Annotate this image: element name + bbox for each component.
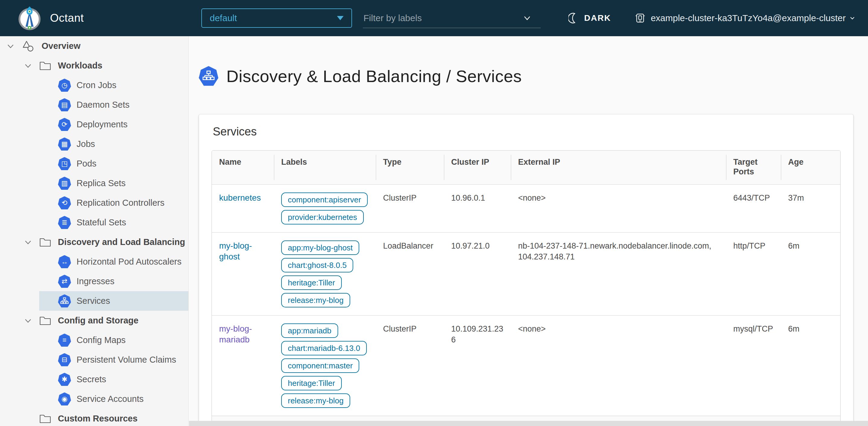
column-header-cluster-ip: Cluster IP <box>444 150 511 184</box>
page-title: Discovery & Load Balancing / Services <box>226 66 522 86</box>
service-icon <box>58 294 71 308</box>
statefulset-icon: ≣ <box>58 216 71 229</box>
sidebar-item-daemon-sets[interactable]: ▤Daemon Sets <box>0 95 188 115</box>
sidebar-item-label: Service Accounts <box>76 394 144 404</box>
label-filter[interactable] <box>363 8 541 28</box>
folder-icon <box>39 414 51 424</box>
daemonset-icon: ▤ <box>58 98 71 112</box>
column-header-target-ports: Target Ports <box>726 150 781 184</box>
cell-external-ip: nb-104-237-148-71.newark.nodebalancer.li… <box>511 232 726 315</box>
objects-icon <box>22 40 35 52</box>
cell-target-ports: 6443/TCP <box>726 184 781 232</box>
sidebar-item-label: Workloads <box>58 61 102 70</box>
sidebar-item-config-maps[interactable]: ≡Config Maps <box>0 330 188 350</box>
label-pill[interactable]: component:master <box>281 359 359 373</box>
hpa-icon: ↔ <box>58 255 71 268</box>
sidebar-item-overview[interactable]: Overview <box>0 36 188 56</box>
service-link[interactable]: my-blog-ghost <box>219 241 252 261</box>
octant-logo-icon <box>17 5 42 31</box>
horizontal-scrollbar[interactable] <box>189 421 868 426</box>
moon-icon <box>568 12 580 24</box>
table-header-row: NameLabelsTypeCluster IPExternal IPTarge… <box>212 150 840 184</box>
label-pill[interactable]: app:mariadb <box>281 323 338 338</box>
column-header-labels: Labels <box>274 150 376 184</box>
sidebar-item-services[interactable]: Services <box>0 291 188 311</box>
sidebar-item-discovery-and-load-balancing[interactable]: Discovery and Load Balancing <box>0 232 188 252</box>
cell-labels: component:apiserverprovider:kubernetes <box>274 184 376 232</box>
chevron-down-icon[interactable] <box>6 41 15 51</box>
cell-type: ClusterIP <box>376 184 444 232</box>
label-pill[interactable]: release:my-blog <box>281 293 350 307</box>
cell-type: LoadBalancer <box>376 232 444 315</box>
services-card: Services NameLabelsTypeCluster IPExterna… <box>198 114 854 426</box>
service-icon <box>198 66 218 86</box>
table-row: my-blog-mariadbapp:mariadbchart:mariadb-… <box>212 315 840 416</box>
sidebar-item-workloads[interactable]: Workloads <box>0 56 188 76</box>
column-header-external-ip: External IP <box>511 150 726 184</box>
services-table: NameLabelsTypeCluster IPExternal IPTarge… <box>212 150 841 426</box>
cell-target-ports: http/TCP <box>726 232 781 315</box>
sidebar-item-pods[interactable]: ◳Pods <box>0 154 188 173</box>
sidebar-item-persistent-volume-claims[interactable]: ⊟Persistent Volume Claims <box>0 350 188 370</box>
cell-name: kubernetes <box>212 184 274 232</box>
sidebar-item-service-accounts[interactable]: ◉Service Accounts <box>0 389 188 409</box>
chevron-down-icon[interactable] <box>24 238 33 247</box>
app-title: Octant <box>50 12 84 24</box>
sidebar-item-replication-controllers[interactable]: ⟲Replication Controllers <box>0 193 188 213</box>
folder-icon <box>39 237 51 247</box>
sidebar-item-label: Config Maps <box>76 335 126 345</box>
theme-toggle-button[interactable]: DARK <box>568 12 611 24</box>
deployment-icon: ⟳ <box>58 118 71 131</box>
sidebar-item-cron-jobs[interactable]: ◷Cron Jobs <box>0 76 188 95</box>
sidebar-item-label: Pods <box>76 159 96 169</box>
label-pill[interactable]: component:apiserver <box>281 193 368 207</box>
sidebar-item-config-and-storage[interactable]: Config and Storage <box>0 311 188 330</box>
sidebar-item-label: Cron Jobs <box>76 80 116 90</box>
label-pill[interactable]: chart:ghost-8.0.5 <box>281 258 353 273</box>
label-pill[interactable]: app:my-blog-ghost <box>281 240 359 255</box>
sidebar-item-custom-resources[interactable]: Custom Resources <box>0 409 188 426</box>
label-pill[interactable]: provider:kubernetes <box>281 210 364 224</box>
label-filter-input[interactable] <box>363 13 523 24</box>
replicaset-icon: ▥ <box>58 177 71 190</box>
pvc-icon: ⊟ <box>58 353 71 367</box>
service-link[interactable]: my-blog-mariadb <box>219 324 252 344</box>
sidebar-item-stateful-sets[interactable]: ≣Stateful Sets <box>0 213 188 232</box>
sidebar-item-label: Persistent Volume Claims <box>76 355 176 365</box>
sidebar-item-label: Services <box>76 296 110 306</box>
cluster-context-menu[interactable]: example-cluster-ka3TuTzYo4a@example-clus… <box>634 12 856 24</box>
service-link[interactable]: kubernetes <box>219 193 261 202</box>
sidebar-nav: OverviewWorkloads◷Cron Jobs▤Daemon Sets⟳… <box>0 36 189 426</box>
cell-cluster-ip: 10.109.231.236 <box>444 315 511 416</box>
label-pill[interactable]: heritage:Tiller <box>281 276 342 290</box>
secret-icon: ✱ <box>58 373 71 386</box>
main-content: Discovery & Load Balancing / Services Se… <box>189 36 868 426</box>
label-pill[interactable]: release:my-blog <box>281 393 350 408</box>
sidebar-item-horizontal-pod-autoscalers[interactable]: ↔Horizontal Pod Autoscalers <box>0 252 188 272</box>
table-row: my-blog-ghostapp:my-blog-ghostchart:ghos… <box>212 232 840 315</box>
label-pill[interactable]: chart:mariadb-6.13.0 <box>281 341 367 356</box>
cell-age: 6m <box>781 315 840 416</box>
sidebar-item-label: Overview <box>41 41 81 51</box>
sidebar-item-label: Discovery and Load Balancing <box>58 237 185 247</box>
chevron-down-icon[interactable] <box>24 316 33 325</box>
chevron-down-icon[interactable] <box>24 61 33 70</box>
sidebar-item-label: Config and Storage <box>58 316 138 325</box>
sidebar-item-deployments[interactable]: ⟳Deployments <box>0 115 188 134</box>
replicationcontroller-icon: ⟲ <box>58 196 71 210</box>
chevron-down-icon[interactable] <box>523 13 532 23</box>
sidebar-item-label: Deployments <box>76 119 127 130</box>
namespace-select[interactable]: default <box>201 8 352 28</box>
column-header-name: Name <box>212 150 274 184</box>
cell-target-ports: mysql/TCP <box>726 315 781 416</box>
sidebar-item-secrets[interactable]: ✱Secrets <box>0 370 188 389</box>
sidebar-item-replica-sets[interactable]: ▥Replica Sets <box>0 173 188 193</box>
sidebar-item-ingresses[interactable]: ⇄Ingresses <box>0 272 188 291</box>
table-row: kubernetescomponent:apiserverprovider:ku… <box>212 184 840 232</box>
sidebar-item-label: Replication Controllers <box>76 198 164 208</box>
cell-age: 6m <box>781 232 840 315</box>
label-pill[interactable]: heritage:Tiller <box>281 376 342 390</box>
column-header-type: Type <box>376 150 444 184</box>
page-title-row: Discovery & Load Balancing / Services <box>198 55 868 97</box>
sidebar-item-jobs[interactable]: ▦Jobs <box>0 134 188 154</box>
